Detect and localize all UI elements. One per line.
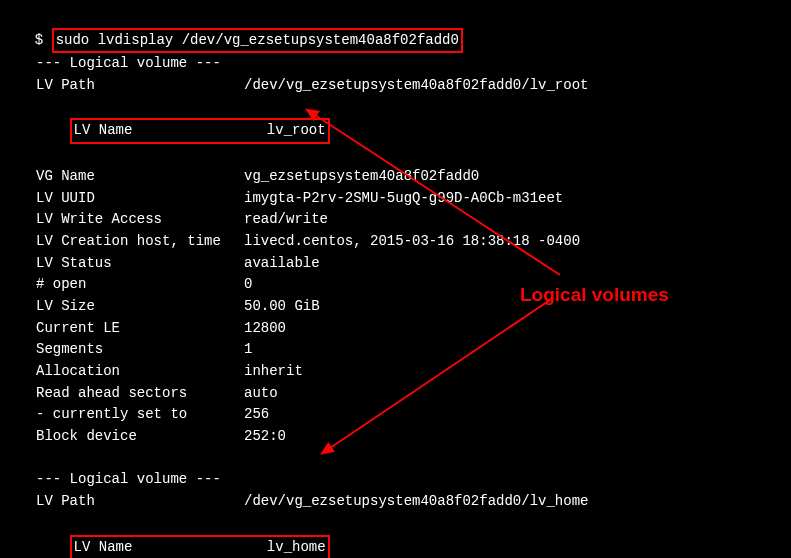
blank-line: [36, 448, 773, 470]
lv1-status-row: LV Statusavailable: [36, 253, 773, 275]
field-value: lv_home: [267, 539, 326, 555]
field-value: vg_ezsetupsystem40a8f02fadd0: [244, 166, 479, 188]
field-value: available: [244, 253, 320, 275]
field-label: Allocation: [36, 361, 244, 383]
lv1-cset-row: - currently set to256: [36, 404, 773, 426]
field-label: LV Status: [36, 253, 244, 275]
command-line[interactable]: $ sudo lvdisplay /dev/vg_ezsetupsystem40…: [18, 8, 773, 53]
lv2-path-row: LV Path/dev/vg_ezsetupsystem40a8f02fadd0…: [36, 491, 773, 513]
lv-name-highlight-box: LV Name lv_home: [70, 535, 330, 559]
field-label: # open: [36, 274, 244, 296]
field-label: LV Path: [36, 491, 244, 513]
field-value: 1: [244, 339, 252, 361]
command-highlight-box: sudo lvdisplay /dev/vg_ezsetupsystem40a8…: [52, 28, 463, 54]
annotation-label: Logical volumes: [520, 280, 669, 309]
field-label: LV Write Access: [36, 209, 244, 231]
field-label: VG Name: [36, 166, 244, 188]
field-label: Read ahead sectors: [36, 383, 244, 405]
field-value: imygta-P2rv-2SMU-5ugQ-g99D-A0Cb-m31eet: [244, 188, 563, 210]
field-label: Block device: [36, 426, 244, 448]
field-value: /dev/vg_ezsetupsystem40a8f02fadd0/lv_roo…: [244, 75, 588, 97]
field-value: 12800: [244, 318, 286, 340]
lv1-path-row: LV Path/dev/vg_ezsetupsystem40a8f02fadd0…: [36, 75, 773, 97]
field-label: Segments: [36, 339, 244, 361]
field-label: LV UUID: [36, 188, 244, 210]
shell-prompt: $: [35, 32, 52, 48]
field-label: - currently set to: [36, 404, 244, 426]
lv2-name-row: LV Name lv_home: [36, 513, 773, 558]
lv1-rahead-row: Read ahead sectorsauto: [36, 383, 773, 405]
field-label: LV Path: [36, 75, 244, 97]
lv1-name-row: LV Name lv_root: [36, 97, 773, 166]
lv1-ctime-row: LV Creation host, timelivecd.centos, 201…: [36, 231, 773, 253]
lv1-blkdev-row: Block device252:0: [36, 426, 773, 448]
field-value: read/write: [244, 209, 328, 231]
section-header-2: --- Logical volume ---: [36, 469, 773, 491]
field-value: /dev/vg_ezsetupsystem40a8f02fadd0/lv_hom…: [244, 491, 588, 513]
field-value: 0: [244, 274, 252, 296]
lv1-alloc-row: Allocationinherit: [36, 361, 773, 383]
lv1-curle-row: Current LE12800: [36, 318, 773, 340]
section-header-1: --- Logical volume ---: [36, 53, 773, 75]
command-text: sudo lvdisplay /dev/vg_ezsetupsystem40a8…: [56, 32, 459, 48]
lv-name-highlight-box: LV Name lv_root: [70, 118, 330, 144]
lv1-waccess-row: LV Write Accessread/write: [36, 209, 773, 231]
lv1-segments-row: Segments1: [36, 339, 773, 361]
field-label: LV Size: [36, 296, 244, 318]
field-value: lv_root: [267, 122, 326, 138]
field-value: livecd.centos, 2015-03-16 18:38:18 -0400: [244, 231, 580, 253]
field-label: LV Name: [74, 122, 133, 138]
field-value: 256: [244, 404, 269, 426]
field-value: 50.00 GiB: [244, 296, 320, 318]
lv1-uuid-row: LV UUIDimygta-P2rv-2SMU-5ugQ-g99D-A0Cb-m…: [36, 188, 773, 210]
field-label: LV Creation host, time: [36, 231, 244, 253]
field-label: LV Name: [74, 539, 133, 555]
field-value: auto: [244, 383, 278, 405]
field-label: Current LE: [36, 318, 244, 340]
field-value: inherit: [244, 361, 303, 383]
lv1-vgname-row: VG Namevg_ezsetupsystem40a8f02fadd0: [36, 166, 773, 188]
field-value: 252:0: [244, 426, 286, 448]
